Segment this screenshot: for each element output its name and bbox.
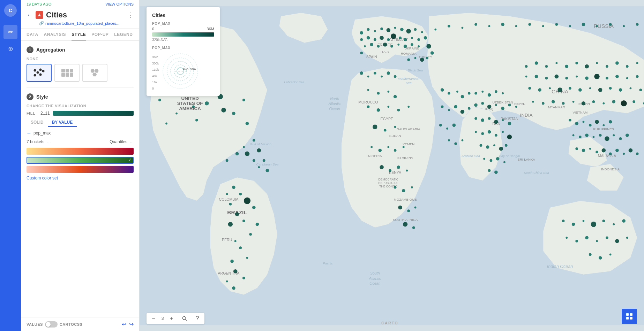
cartocss-label[interactable]: CARTOCSS — [60, 322, 83, 326]
svg-point-240 — [499, 147, 503, 151]
buckets-row: 7 buckets ... Quantiles ... — [27, 139, 134, 144]
dataset-link[interactable]: 🔗 ramirocartodb.ne_10m_populated_places.… — [39, 21, 134, 25]
grid-view-button[interactable] — [622, 309, 637, 324]
tab-analysis[interactable]: ANALYSIS — [44, 29, 66, 40]
svg-point-127 — [374, 30, 376, 32]
svg-point-158 — [420, 58, 424, 62]
agg-scatter-button[interactable] — [27, 64, 52, 82]
svg-text:Gulf of Mexico: Gulf of Mexico — [250, 142, 271, 146]
tab-data[interactable]: DATA — [27, 29, 38, 40]
svg-point-178 — [384, 129, 387, 132]
svg-point-155 — [426, 44, 431, 48]
undo-button[interactable]: ↩ — [122, 321, 126, 328]
svg-text:MOZAMBIQUE: MOZAMBIQUE — [394, 198, 417, 201]
method-more[interactable]: ... — [130, 139, 134, 144]
popup-chart-container: 36M 300k 110k 48k 16k 0 AVG: 320k — [152, 52, 214, 90]
svg-point-113 — [242, 220, 245, 222]
agg-grid-button[interactable] — [54, 64, 80, 82]
aggregation-buttons — [27, 64, 134, 82]
values-toggle[interactable] — [45, 321, 58, 328]
edit-icon[interactable]: ✏ — [3, 25, 17, 39]
svg-point-327 — [501, 23, 504, 26]
tab-legend[interactable]: LEGEND — [114, 29, 133, 40]
svg-line-363 — [186, 320, 187, 321]
svg-point-196 — [412, 226, 415, 229]
svg-text:Caribbean Sea: Caribbean Sea — [256, 162, 279, 166]
chart-y-axis: 36M 300k 110k 48k 16k 0 — [152, 55, 159, 90]
svg-point-97 — [243, 146, 245, 148]
help-button[interactable]: ? — [193, 314, 202, 323]
color-swatch-green[interactable] — [27, 157, 134, 164]
popup-field-label: POP_MAX — [152, 22, 214, 25]
view-options-button[interactable]: VIEW OPTIONS — [105, 2, 134, 6]
svg-point-116 — [249, 233, 252, 236]
svg-text:INDONESIA: INDONESIA — [601, 167, 620, 171]
svg-point-276 — [569, 87, 571, 90]
agg-hex-button[interactable] — [82, 64, 107, 82]
svg-point-147 — [370, 43, 373, 46]
tab-popup[interactable]: POP-UP — [91, 29, 108, 40]
popup-range-row: 0 36M — [152, 27, 214, 31]
solid-tab[interactable]: SOLID — [27, 118, 48, 127]
svg-point-278 — [589, 87, 591, 89]
more-options-button[interactable]: ⋮ — [127, 11, 134, 19]
svg-point-241 — [505, 144, 508, 147]
swatch-check-icon: ✓ — [128, 157, 132, 162]
svg-point-337 — [636, 23, 639, 26]
svg-point-190 — [402, 189, 405, 192]
svg-text:Sea: Sea — [406, 81, 412, 85]
svg-point-108 — [226, 193, 228, 195]
svg-point-298 — [583, 121, 585, 123]
svg-point-96 — [253, 139, 255, 142]
map-area[interactable]: UNITED STATES OF AMERICA BRAZIL COLOMBIA… — [140, 0, 644, 331]
svg-point-322 — [434, 29, 436, 31]
color-swatch-purple[interactable] — [27, 166, 134, 173]
svg-point-162 — [360, 71, 363, 75]
back-button[interactable]: ← — [27, 11, 33, 19]
svg-text:South: South — [370, 271, 380, 275]
svg-point-0 — [34, 74, 36, 77]
by-value-tab[interactable]: BY VALUE — [48, 118, 77, 127]
svg-point-319 — [623, 153, 625, 155]
app-logo[interactable]: C — [4, 4, 17, 17]
style-section-header: 2 Style — [27, 93, 134, 100]
field-back-icon[interactable]: ← — [27, 130, 31, 136]
svg-text:VIETNAM: VIETNAM — [572, 110, 587, 114]
svg-point-311 — [626, 133, 629, 137]
svg-point-122 — [242, 277, 245, 279]
svg-point-172 — [367, 105, 370, 108]
svg-point-296 — [569, 119, 571, 122]
svg-text:ITALY: ITALY — [381, 50, 390, 54]
svg-text:PHILIPPINES: PHILIPPINES — [593, 127, 614, 131]
search-button[interactable] — [180, 314, 189, 323]
svg-point-141 — [399, 37, 402, 39]
color-swatch-selected-container: ✓ — [27, 157, 134, 164]
buckets-more[interactable]: ... — [47, 139, 51, 144]
redo-button[interactable]: ↪ — [129, 321, 134, 328]
svg-point-356 — [167, 58, 194, 84]
svg-point-125 — [360, 31, 363, 34]
svg-point-269 — [615, 75, 619, 78]
tab-style[interactable]: STYLE — [72, 29, 86, 40]
svg-point-264 — [565, 77, 568, 80]
svg-point-189 — [394, 186, 397, 189]
svg-point-297 — [575, 122, 578, 125]
zoom-out-button[interactable]: − — [149, 314, 158, 323]
svg-point-262 — [545, 77, 548, 80]
svg-point-118 — [239, 246, 242, 249]
svg-point-339 — [572, 223, 575, 226]
zoom-in-button[interactable]: + — [167, 314, 176, 323]
fill-gradient[interactable] — [53, 111, 134, 116]
svg-point-345 — [566, 237, 568, 239]
svg-text:Mediterranean: Mediterranean — [398, 77, 419, 80]
color-swatch-warm[interactable] — [27, 148, 134, 155]
layers-icon[interactable]: ⊕ — [3, 42, 17, 56]
fill-label: FILL — [27, 111, 38, 115]
custom-color-link[interactable]: Custom color set — [27, 176, 134, 180]
svg-point-235 — [502, 131, 504, 133]
svg-point-288 — [572, 101, 575, 103]
svg-point-335 — [609, 23, 612, 26]
svg-point-169 — [377, 92, 380, 95]
svg-point-135 — [360, 38, 363, 41]
svg-point-185 — [380, 165, 384, 169]
